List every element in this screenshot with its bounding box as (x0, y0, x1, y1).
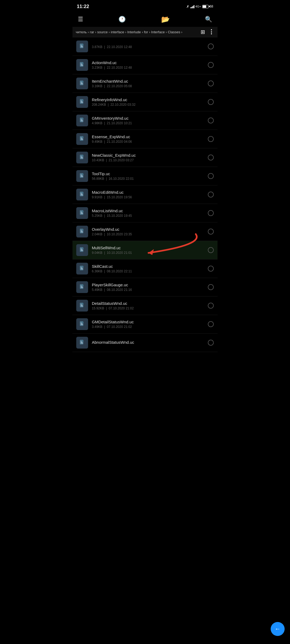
file-name: PlayerSkillGauge.uc (92, 283, 205, 287)
file-icon (76, 152, 88, 163)
file-icon (76, 281, 88, 293)
svg-rect-66 (81, 343, 83, 343)
svg-rect-53 (81, 287, 83, 287)
battery-level: 68 (210, 5, 213, 8)
list-item[interactable]: ToolTip.uc 56.89KB | 16.10.2020 22:01 (73, 167, 218, 185)
file-name: MultiSellWnd.uc (92, 246, 205, 250)
svg-rect-35 (81, 193, 82, 193)
file-name: GMInventoryWnd.uc (92, 116, 205, 120)
file-icon (76, 78, 88, 89)
file-checkbox[interactable] (208, 136, 214, 142)
list-item[interactable]: GMInventoryWnd.uc 4.98KB | 21.10.2020 10… (73, 111, 218, 130)
file-icon (76, 300, 88, 312)
folder-icon[interactable]: 📂 (161, 15, 170, 24)
file-info: GMDetailStatusWnd.uc 3.49KB | 07.10.2020… (92, 320, 205, 329)
file-info: PlayerSkillGauge.uc 5.49KB | 08.10.2020 … (92, 283, 205, 292)
breadcrumb-bar: читель › rar › source › interface › Inte… (73, 27, 218, 37)
file-name: ToolTip.uc (92, 171, 205, 176)
file-info: SkillCast.uc 6.36KB | 08.10.2020 22:11 (92, 264, 205, 273)
file-name: MacroListWnd.uc (92, 208, 205, 213)
list-item[interactable]: DetailStatusWnd.uc 15.92KB | 07.10.2020 … (73, 297, 218, 315)
svg-rect-5 (81, 64, 83, 65)
list-item[interactable]: PlayerSkillGauge.uc 5.49KB | 08.10.2020 … (73, 278, 218, 297)
svg-rect-14 (81, 102, 83, 103)
list-item[interactable]: MacroListWnd.uc 5.25KB | 15.10.2020 19:4… (73, 204, 218, 222)
file-info: OverlayWnd.uc 2.04KB | 10.10.2020 23:35 (92, 227, 205, 236)
menu-icon[interactable]: ☰ (78, 16, 83, 23)
file-meta: 9.91KB | 15.10.2020 19:56 (92, 195, 205, 199)
file-checkbox[interactable] (208, 43, 214, 49)
file-checkbox[interactable] (208, 229, 214, 235)
grid-view-icon[interactable]: ⊞ (201, 29, 205, 35)
list-item[interactable]: GMDetailStatusWnd.uc 3.49KB | 07.10.2020… (73, 315, 218, 334)
file-checkbox[interactable] (208, 303, 214, 309)
file-checkbox[interactable] (208, 99, 214, 105)
list-item[interactable]: MacroEditWnd.uc 9.91KB | 15.10.2020 19:5… (73, 185, 218, 204)
file-checkbox[interactable] (208, 192, 214, 197)
list-item[interactable]: Essense_ExpWnd.uc 9.49KB | 21.10.2020 04… (73, 130, 218, 148)
file-info: NewClassic_ExpWnd.uc 10.43KB | 21.10.202… (92, 153, 205, 162)
file-meta: 3.49KB | 07.10.2020 21:02 (92, 325, 205, 329)
file-info: Essense_ExpWnd.uc 9.49KB | 21.10.2020 04… (92, 134, 205, 144)
breadcrumb-actions: ⊞ ⋮ (201, 28, 214, 35)
list-item[interactable]: SkillCast.uc 6.36KB | 08.10.2020 22:11 (73, 259, 218, 278)
more-options-icon[interactable]: ⋮ (208, 28, 214, 35)
file-info: MultiSellWnd.uc 9.04KB | 10.10.2020 21:0… (92, 246, 205, 255)
file-checkbox[interactable] (208, 210, 214, 216)
file-meta: 2.04KB | 10.10.2020 23:35 (92, 232, 205, 236)
file-name: RefineryInfoWnd.uc (92, 97, 205, 102)
breadcrumb-path: читель › rar › source › interface › Inte… (76, 30, 198, 34)
file-checkbox[interactable] (208, 247, 214, 253)
file-checkbox[interactable] (208, 321, 214, 327)
file-info: RefineryInfoWnd.uc 208.24KB | 22.10.2020… (92, 97, 205, 107)
list-item[interactable]: AbnormalStatusWnd.uc (73, 334, 218, 352)
svg-rect-13 (81, 101, 83, 102)
svg-rect-18 (81, 121, 83, 121)
file-name: DetailStatusWnd.uc (92, 301, 205, 306)
history-icon[interactable]: 🕐 (118, 16, 126, 23)
svg-rect-62 (81, 324, 83, 325)
file-meta: 56.89KB | 16.10.2020 22:01 (92, 177, 205, 181)
file-info: ActionWnd.uc 3.23KB | 22.10.2020 12:48 (92, 60, 205, 69)
file-meta: 6.36KB | 08.10.2020 22:11 (92, 269, 205, 273)
svg-rect-34 (81, 195, 83, 195)
file-checkbox[interactable] (208, 173, 214, 179)
list-item[interactable]: OverlayWnd.uc 2.04KB | 10.10.2020 23:35 (73, 222, 218, 241)
list-item[interactable]: ItemEnchantWnd.uc 3.16KB | 22.10.2020 05… (73, 74, 218, 93)
svg-rect-41 (81, 231, 83, 231)
svg-rect-15 (81, 101, 82, 101)
file-checkbox[interactable] (208, 284, 214, 290)
svg-rect-45 (81, 250, 83, 250)
file-info: 3.87KB | 22.10.2020 12:48 (92, 44, 205, 49)
file-checkbox[interactable] (208, 118, 214, 123)
svg-rect-26 (81, 158, 83, 158)
file-icon (76, 170, 88, 182)
svg-rect-67 (81, 341, 82, 342)
file-info: MacroEditWnd.uc 9.91KB | 15.10.2020 19:5… (92, 190, 205, 199)
svg-rect-46 (81, 250, 83, 251)
file-icon (76, 41, 88, 52)
list-item[interactable]: MultiSellWnd.uc 9.04KB | 10.10.2020 21:0… (73, 241, 218, 259)
file-name: ActionWnd.uc (92, 60, 205, 65)
file-checkbox[interactable] (208, 340, 214, 346)
file-name: Essense_ExpWnd.uc (92, 134, 205, 139)
list-item[interactable]: 3.87KB | 22.10.2020 12:48 (73, 37, 218, 56)
file-checkbox[interactable] (208, 266, 214, 272)
search-icon[interactable]: 🔍 (205, 16, 212, 23)
svg-rect-38 (81, 213, 83, 214)
file-meta: 9.49KB | 21.10.2020 04:06 (92, 140, 205, 144)
file-info: ItemEnchantWnd.uc 3.16KB | 22.10.2020 05… (92, 79, 205, 88)
list-item[interactable]: ActionWnd.uc 3.23KB | 22.10.2020 12:48 (73, 56, 218, 74)
list-item[interactable]: RefineryInfoWnd.uc 208.24KB | 22.10.2020… (73, 93, 218, 111)
svg-rect-21 (81, 138, 83, 139)
svg-rect-47 (81, 249, 82, 249)
file-meta: 208.24KB | 22.10.2020 03:32 (92, 103, 205, 107)
file-checkbox[interactable] (208, 80, 214, 86)
file-meta: 15.92KB | 07.10.2020 21:02 (92, 306, 205, 310)
bluetooth-icon: ✗ (186, 5, 189, 9)
svg-rect-63 (81, 323, 82, 323)
file-checkbox[interactable] (208, 62, 214, 68)
list-item[interactable]: NewClassic_ExpWnd.uc 10.43KB | 21.10.202… (73, 148, 218, 167)
file-checkbox[interactable] (208, 155, 214, 160)
file-meta: 3.16KB | 22.10.2020 05:08 (92, 84, 205, 88)
